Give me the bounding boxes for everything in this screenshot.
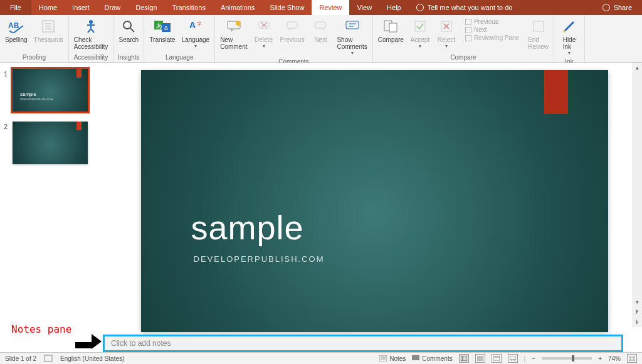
new-comment-button[interactable]: New Comment [218, 16, 250, 51]
svg-rect-35 [412, 355, 419, 360]
tab-view[interactable]: View [349, 0, 379, 15]
accessibility-group-label: Accessibility [71, 53, 110, 62]
group-insights: Search Insights [113, 15, 144, 62]
slide-editor[interactable]: sample DEVELOPERPUBLISH.COM [107, 63, 642, 327]
notes-toggle[interactable]: Notes [379, 355, 406, 362]
prev-slide-icon[interactable]: ⇞ [632, 307, 642, 317]
tab-design[interactable]: Design [128, 0, 164, 15]
compare-icon [382, 18, 399, 35]
svg-rect-19 [287, 22, 297, 28]
reject-button[interactable]: Reject ▾ [434, 16, 459, 50]
zoom-slider[interactable] [542, 357, 592, 360]
accept-button[interactable]: Accept ▾ [408, 16, 433, 50]
check-accessibility-button[interactable]: Check Accessibility [71, 16, 110, 51]
tab-animations[interactable]: Animations [213, 0, 262, 15]
show-comments-button[interactable]: Show Comments ▾ [334, 16, 369, 57]
svg-rect-36 [461, 356, 467, 361]
zoom-out-button[interactable]: − [532, 355, 535, 362]
chevron-down-icon: ▾ [263, 43, 265, 49]
vertical-scrollbar[interactable]: ▴ ▾ ⇞ ⇟ [632, 63, 642, 327]
reviewing-pane-icon [465, 35, 471, 41]
reviewing-pane-button[interactable]: Reviewing Pane [463, 34, 522, 42]
tab-slideshow[interactable]: Slide Show [262, 0, 312, 15]
slide-title[interactable]: sample [191, 208, 304, 247]
next-comment-button[interactable]: Next [308, 16, 333, 44]
previous-comment-button[interactable]: Previous [278, 16, 307, 44]
thumb-title: sample [20, 91, 36, 97]
next-slide-icon[interactable]: ⇟ [632, 317, 642, 327]
proofing-group-label: Proofing [3, 53, 66, 62]
spellcheck-status-icon[interactable] [44, 355, 53, 362]
check-accessibility-label: Check Accessibility [74, 36, 108, 50]
group-comments: New Comment Delete ▾ Previous Next Show … [215, 15, 373, 62]
tab-review[interactable]: Review [312, 0, 349, 15]
scroll-up-icon[interactable]: ▴ [632, 63, 642, 73]
tab-home[interactable]: Home [31, 0, 65, 15]
tell-me-search[interactable]: Tell me what you want to do [409, 0, 520, 15]
svg-rect-47 [629, 356, 635, 361]
ribbon: AB Spelling Thesaurus Proofing Check Acc… [0, 15, 642, 63]
svg-text:字: 字 [197, 21, 202, 27]
slide-counter[interactable]: Slide 1 of 2 [5, 355, 36, 362]
ribbon-decoration [76, 69, 82, 78]
thesaurus-label: Thesaurus [34, 36, 63, 43]
share-button[interactable]: Share [592, 0, 642, 15]
search-button[interactable]: Search [116, 16, 141, 44]
slide-thumbnail-1[interactable]: sample DEVELOPERPUBLISH.COM [13, 69, 88, 112]
previous-change-button[interactable]: Previous [463, 18, 522, 26]
slideshow-view-button[interactable] [508, 354, 518, 363]
thesaurus-button[interactable]: Thesaurus [31, 16, 66, 44]
accept-label: Accept [411, 36, 430, 43]
chevron-down-icon: ▾ [445, 43, 448, 49]
svg-rect-39 [481, 356, 483, 358]
comments-toggle[interactable]: Comments [412, 355, 452, 362]
spelling-button[interactable]: AB Spelling [3, 16, 30, 44]
svg-rect-20 [315, 22, 325, 28]
next-label: Next [314, 36, 327, 43]
status-bar: Slide 1 of 2 English (United States) Not… [0, 352, 642, 364]
tab-help[interactable]: Help [379, 0, 409, 15]
tab-transitions[interactable]: Transitions [165, 0, 213, 15]
next-change-label: Next [474, 26, 487, 33]
tell-me-label: Tell me what you want to do [428, 4, 513, 11]
language-button[interactable]: A字 Language ▾ [179, 16, 213, 50]
comments-toggle-label: Comments [422, 355, 452, 362]
normal-view-button[interactable] [459, 354, 469, 363]
workspace: 1 sample DEVELOPERPUBLISH.COM 2 sample D… [0, 63, 642, 327]
translate-button[interactable]: あa Translate [147, 16, 177, 44]
tab-file[interactable]: File [0, 0, 31, 15]
hide-ink-button[interactable]: Hide Ink ▾ [557, 16, 582, 57]
zoom-level[interactable]: 74% [608, 355, 621, 362]
annotation-label: Notes pane [11, 323, 71, 335]
scroll-down-icon[interactable]: ▾ [632, 297, 642, 307]
slide-thumbnail-2[interactable] [13, 122, 88, 164]
compare-label: Compare [378, 36, 404, 43]
tab-draw[interactable]: Draw [97, 0, 129, 15]
delete-comment-button[interactable]: Delete ▾ [251, 16, 276, 50]
zoom-slider-handle[interactable] [572, 355, 574, 361]
slide-canvas[interactable]: sample DEVELOPERPUBLISH.COM [141, 70, 608, 332]
notes-icon [379, 355, 387, 361]
svg-rect-26 [415, 21, 425, 31]
svg-rect-32 [379, 355, 387, 361]
slide-subtitle[interactable]: DEVELOPERPUBLISH.COM [194, 254, 325, 264]
sorter-view-button[interactable] [475, 354, 485, 363]
previous-change-icon [465, 19, 471, 25]
next-icon [312, 18, 329, 35]
svg-line-7 [130, 28, 134, 32]
group-language: あa Translate A字 Language ▾ Language [144, 15, 215, 62]
zoom-in-button[interactable]: + [598, 355, 602, 362]
compare-button[interactable]: Compare [376, 16, 406, 44]
reading-view-button[interactable] [492, 354, 502, 363]
language-status[interactable]: English (United States) [60, 355, 124, 362]
svg-rect-38 [477, 356, 480, 358]
show-comments-icon [344, 18, 361, 35]
fit-to-window-button[interactable] [627, 354, 637, 363]
tab-insert[interactable]: Insert [65, 0, 97, 15]
svg-rect-31 [45, 355, 52, 361]
svg-text:A: A [189, 20, 196, 30]
next-change-button[interactable]: Next [463, 26, 522, 34]
slide-thumbnails-panel: 1 sample DEVELOPERPUBLISH.COM 2 [0, 63, 107, 327]
notes-pane-input[interactable]: Click to add notes [103, 335, 623, 352]
end-review-button[interactable]: End Review [525, 16, 551, 51]
